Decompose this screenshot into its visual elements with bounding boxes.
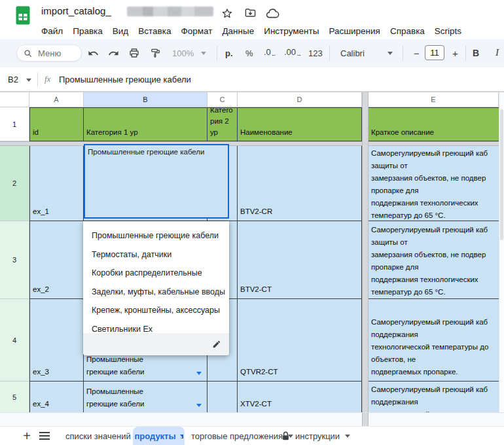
formula-bar-divider [37, 73, 38, 86]
menu-insert[interactable]: Вставка [138, 26, 171, 36]
row-header-3[interactable]: 3 [0, 221, 29, 299]
zoom-control[interactable]: 100% [172, 48, 194, 58]
font-name-select[interactable]: Calibri [340, 48, 365, 58]
cell-a3[interactable]: ex_2 [29, 221, 84, 299]
right-arrow-icon: → [296, 51, 302, 58]
row-header-4[interactable]: 4 [0, 299, 29, 382]
dropdown-option[interactable]: Коробки распределительные [83, 264, 229, 283]
document-title[interactable]: import_catalog_ [41, 5, 111, 16]
sheet-tab-caret-icon[interactable] [345, 435, 350, 438]
cell-d4[interactable]: QTVR2-CT [238, 299, 362, 382]
left-arrow-icon: ← [271, 51, 277, 58]
add-sheet-button[interactable]: + [20, 429, 33, 443]
all-sheets-menu-icon[interactable] [39, 431, 50, 440]
sheet-tab-label: инструкции [295, 431, 340, 441]
percent-format-button[interactable]: % [245, 48, 253, 58]
column-header-a[interactable]: A [29, 92, 84, 107]
frozen-column-divider [362, 413, 369, 427]
cell-e5[interactable]: Саморегулируемый греющий каб поддержания… [369, 382, 499, 413]
vertical-scrollbar-thumb[interactable] [500, 109, 503, 240]
dropdown-option[interactable]: Термостаты, датчики [83, 245, 229, 264]
cell-b1[interactable]: Категория 1 ур [84, 107, 207, 141]
menu-file[interactable]: Файл [41, 26, 63, 36]
dropdown-chip-caret-icon[interactable] [196, 404, 202, 407]
cloud-status-icon[interactable] [265, 7, 279, 19]
menu-tools[interactable]: Инструменты [264, 26, 319, 36]
increase-decimals-button[interactable]: .00→ [284, 47, 302, 58]
cell-a1[interactable]: id [29, 107, 84, 141]
menu-view[interactable]: Вид [113, 26, 128, 36]
name-box-caret-icon[interactable] [26, 79, 31, 82]
undo-icon[interactable] [88, 48, 99, 59]
edit-pencil-icon[interactable] [212, 340, 221, 349]
select-all-corner[interactable] [0, 92, 29, 107]
column-header-c[interactable]: C [207, 92, 238, 107]
cell-a2[interactable]: ex_1 [29, 146, 84, 221]
toolbar-search[interactable] [16, 44, 82, 62]
cell-e1[interactable]: Краткое описание [369, 107, 499, 141]
cell-e2[interactable]: Саморегулируемый греющий каб защиты от з… [369, 146, 499, 221]
cell-d5[interactable]: XTV2-CT [238, 382, 362, 413]
cell-c1[interactable]: Катего рия 2 ур [207, 107, 238, 141]
cell-d3[interactable]: BTV2-CT [238, 221, 362, 299]
dropdown-option[interactable]: Крепеж, кронштейны, аксессуары [83, 301, 229, 320]
cell-c5[interactable] [207, 382, 238, 413]
star-icon[interactable] [221, 7, 233, 19]
redo-icon[interactable] [108, 48, 119, 59]
currency-format-button[interactable]: р. [225, 48, 233, 58]
number-format-button[interactable]: 123 [308, 48, 323, 58]
sheet-tab-offers[interactable]: торговые предложения [191, 427, 293, 445]
column-header-b[interactable]: B [84, 92, 207, 107]
column-header-d[interactable]: D [238, 92, 362, 107]
cell-e3[interactable]: Саморегулируемый греющий каб защиты от з… [369, 221, 499, 299]
sheet-tab-caret-icon[interactable] [180, 435, 183, 438]
search-input[interactable] [37, 48, 81, 59]
menu-format[interactable]: Формат [181, 26, 212, 36]
fx-icon: fx [45, 74, 50, 84]
move-folder-icon[interactable] [243, 7, 257, 19]
bold-button[interactable]: B [473, 48, 479, 58]
paint-format-icon[interactable] [150, 47, 161, 59]
name-box[interactable]: B2 [8, 75, 18, 84]
frozen-row-divider[interactable] [0, 141, 499, 146]
cell-editor-b2[interactable]: Промышленные греющие кабели [84, 144, 229, 219]
vertical-scrollbar[interactable] [499, 92, 504, 413]
cell-d2[interactable]: BTV2-CR [238, 146, 362, 221]
menu-data[interactable]: Данные [222, 26, 254, 36]
google-sheets-window: import_catalog_ Файл Правка Вид Вставка … [0, 0, 504, 445]
toolbar-divider [465, 46, 466, 61]
sheet-tab-products-active[interactable]: продукты [133, 427, 185, 445]
font-size-increase-button[interactable]: + [452, 48, 458, 59]
menu-edit[interactable]: Правка [73, 26, 103, 36]
formula-input[interactable]: Промышленные греющие кабели [59, 75, 191, 84]
cell-a4[interactable]: ex_3 [29, 299, 84, 382]
toolbar-divider [403, 46, 403, 61]
sheet-tab-label: продукты [134, 431, 175, 441]
row-header-2[interactable]: 2 [0, 146, 29, 221]
menu-bar: Файл Правка Вид Вставка Формат Данные Ин… [41, 24, 461, 37]
menu-scripts[interactable]: Scripts [435, 26, 461, 36]
sheet-tab-lists[interactable]: списки значений [65, 427, 141, 445]
cell-a5[interactable]: ex_4 [29, 382, 84, 413]
dropdown-option[interactable]: Заделки, муфты, кабельные вводы [83, 283, 229, 302]
row-header-1[interactable]: 1 [0, 107, 29, 141]
decrease-decimals-button[interactable]: .0← [264, 47, 277, 58]
font-size-input[interactable]: 11 [425, 45, 444, 60]
print-icon[interactable] [128, 47, 140, 59]
italic-button[interactable]: I [495, 47, 499, 58]
sheet-tab-instructions[interactable]: инструкции [281, 427, 350, 445]
menu-help[interactable]: Справка [390, 26, 425, 36]
menu-extensions[interactable]: Расширения [329, 26, 380, 36]
font-size-decrease-button[interactable]: − [414, 48, 420, 59]
row-header-5[interactable]: 5 [0, 382, 29, 413]
dropdown-chip-caret-icon[interactable] [196, 372, 202, 375]
frozen-column-divider[interactable] [362, 92, 369, 413]
sheets-logo-icon[interactable] [16, 6, 30, 25]
cell-e4[interactable]: Саморегулируемый греющий каб поддержания… [369, 299, 499, 382]
lock-icon [281, 431, 290, 441]
formula-bar: B2 fx Промышленные греющие кабели [0, 67, 504, 92]
cell-b5[interactable]: Промышленные греющие кабели [84, 382, 207, 413]
cell-d1[interactable]: Наименование [238, 107, 362, 141]
dropdown-option[interactable]: Промышленные греющие кабели [83, 226, 229, 245]
column-header-e[interactable]: E [369, 92, 499, 107]
